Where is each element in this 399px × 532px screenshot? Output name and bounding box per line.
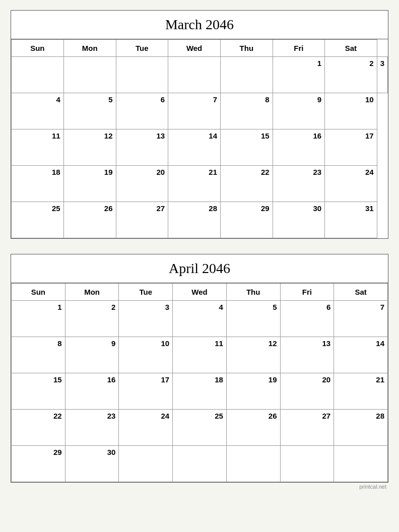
table-row: 24 xyxy=(119,410,173,446)
table-row: 27 xyxy=(116,202,168,238)
table-row: 9 xyxy=(273,93,324,129)
april-header-wed: Wed xyxy=(173,284,227,301)
april-header-fri: Fri xyxy=(280,284,334,301)
table-row: 10 xyxy=(119,337,173,373)
table-row: 13 xyxy=(116,129,168,166)
table-row: 19 xyxy=(226,373,280,410)
table-row: 8 xyxy=(12,337,65,373)
table-row: 7 xyxy=(334,301,388,337)
table-row: 5 xyxy=(226,301,280,337)
table-row: 22 xyxy=(221,166,273,202)
table-row: 14 xyxy=(334,337,388,373)
march-header-thu: Thu xyxy=(221,40,273,57)
table-row: 3 xyxy=(377,57,387,93)
march-calendar: March 2046 Sun Mon Tue Wed Thu Fri Sat 1… xyxy=(11,10,388,239)
table-row: 14 xyxy=(168,129,221,166)
table-row xyxy=(63,57,116,93)
table-row: 18 xyxy=(12,166,64,202)
table-row xyxy=(119,446,173,482)
table-row: 2 xyxy=(65,301,119,337)
table-row: 25 xyxy=(173,410,227,446)
table-row: 4 xyxy=(173,301,227,337)
april-title: April 2046 xyxy=(11,254,388,283)
table-row: 17 xyxy=(119,373,173,410)
april-header-thu: Thu xyxy=(226,284,280,301)
table-row xyxy=(226,446,280,482)
april-header-sat: Sat xyxy=(334,284,388,301)
table-row xyxy=(221,57,273,93)
table-row: 20 xyxy=(116,166,168,202)
table-row: 19 xyxy=(63,166,116,202)
april-header-sun: Sun xyxy=(12,284,65,301)
table-row: 29 xyxy=(221,202,273,238)
table-row: 16 xyxy=(65,373,119,410)
watermark: printcal.net xyxy=(11,484,388,490)
table-row: 18 xyxy=(173,373,227,410)
march-header-fri: Fri xyxy=(273,40,324,57)
table-row: 11 xyxy=(12,129,64,166)
table-row: 24 xyxy=(325,166,377,202)
table-row: 15 xyxy=(221,129,273,166)
table-row: 10 xyxy=(325,93,377,129)
table-row: 3 xyxy=(119,301,173,337)
march-header-mon: Mon xyxy=(63,40,116,57)
table-row xyxy=(12,57,64,93)
table-row: 1 xyxy=(273,57,324,93)
table-row: 29 xyxy=(12,446,65,482)
table-row: 23 xyxy=(273,166,324,202)
table-row: 25 xyxy=(12,202,64,238)
march-header-sun: Sun xyxy=(12,40,64,57)
table-row: 6 xyxy=(280,301,334,337)
table-row: 23 xyxy=(65,410,119,446)
table-row: 7 xyxy=(168,93,221,129)
table-row xyxy=(173,446,227,482)
table-row: 22 xyxy=(12,410,65,446)
table-row: 16 xyxy=(273,129,324,166)
table-row: 12 xyxy=(63,129,116,166)
table-row: 30 xyxy=(273,202,324,238)
table-row: 9 xyxy=(65,337,119,373)
table-row: 31 xyxy=(325,202,377,238)
april-header-mon: Mon xyxy=(65,284,119,301)
table-row: 12 xyxy=(226,337,280,373)
table-row: 26 xyxy=(63,202,116,238)
table-row: 5 xyxy=(63,93,116,129)
table-row: 30 xyxy=(65,446,119,482)
march-title: March 2046 xyxy=(11,11,388,39)
table-row: 2 xyxy=(325,57,377,93)
april-calendar: April 2046 Sun Mon Tue Wed Thu Fri Sat 1… xyxy=(11,254,388,483)
table-row: 26 xyxy=(226,410,280,446)
table-row: 15 xyxy=(12,373,65,410)
table-row: 8 xyxy=(221,93,273,129)
table-row: 20 xyxy=(280,373,334,410)
table-row: 11 xyxy=(173,337,227,373)
table-row: 1 xyxy=(12,301,65,337)
table-row: 6 xyxy=(116,93,168,129)
table-row xyxy=(116,57,168,93)
table-row: 28 xyxy=(168,202,221,238)
table-row: 4 xyxy=(12,93,64,129)
table-row: 17 xyxy=(325,129,377,166)
march-header-sat: Sat xyxy=(325,40,377,57)
table-row: 28 xyxy=(334,410,388,446)
table-row xyxy=(168,57,221,93)
table-row: 21 xyxy=(168,166,221,202)
table-row: 13 xyxy=(280,337,334,373)
table-row xyxy=(280,446,334,482)
table-row: 21 xyxy=(334,373,388,410)
march-header-wed: Wed xyxy=(168,40,221,57)
march-header-tue: Tue xyxy=(116,40,168,57)
table-row: 27 xyxy=(280,410,334,446)
april-header-tue: Tue xyxy=(119,284,173,301)
table-row xyxy=(334,446,388,482)
